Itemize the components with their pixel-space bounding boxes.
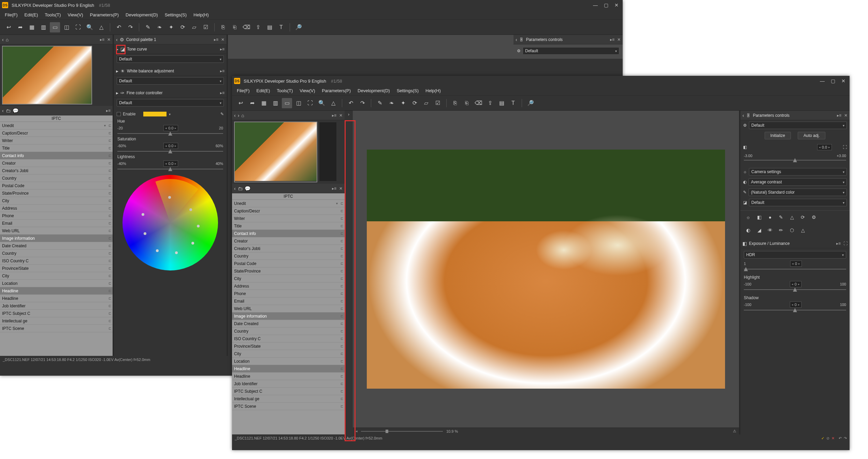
home-icon[interactable]: ⌂ — [241, 113, 244, 118]
collapse-icon[interactable]: ‹ — [742, 113, 744, 118]
iptc-item[interactable]: Country⊏ — [0, 175, 113, 182]
menu-view[interactable]: View(V) — [297, 87, 318, 95]
icon-2[interactable]: ◧ — [755, 213, 764, 222]
redo-icon[interactable]: ↷ — [125, 22, 135, 32]
iptc-item[interactable]: Image information⊏ — [232, 312, 345, 320]
expand-icon[interactable]: ⛶ — [843, 241, 848, 246]
copy-icon[interactable]: ⎘ — [218, 22, 228, 32]
tone-dropdown[interactable]: Default — [749, 199, 847, 206]
eyedropper-icon[interactable]: ✎ — [220, 112, 224, 116]
ev-slider[interactable] — [744, 160, 846, 161]
panel-close-icon[interactable]: ✕ — [221, 37, 225, 42]
chat-icon[interactable]: 💬 — [13, 108, 18, 113]
leaf-icon[interactable]: ❧ — [154, 22, 164, 32]
wand-icon[interactable]: ✎ — [143, 22, 153, 32]
expand-icon[interactable]: ▸ — [116, 68, 118, 74]
wb-section[interactable]: ▸ ☀ White balance adjustment ▸≡ — [114, 66, 227, 76]
iptc-item[interactable]: Headline⊏ — [232, 373, 345, 380]
iptc-item[interactable]: Intellectual ge⊏ — [0, 317, 113, 325]
panel-menu-icon[interactable]: ▸≡ — [836, 241, 841, 246]
expand-icon[interactable]: ▸ — [116, 46, 118, 52]
menu-edit[interactable]: Edit(E) — [254, 87, 273, 95]
iptc-item[interactable]: Contact info⊏ — [0, 152, 113, 159]
chat-icon[interactable]: 💬 — [245, 186, 250, 191]
iptc-item[interactable]: Web URL⊏ — [0, 227, 113, 235]
menu-parameters[interactable]: Parameters(P) — [87, 11, 122, 19]
saturation-slider[interactable] — [117, 151, 223, 152]
screen-icon[interactable]: ▤ — [496, 98, 507, 108]
preset-dropdown[interactable]: Default — [749, 122, 847, 129]
zoom-out-icon[interactable]: ◂ — [356, 429, 358, 433]
iptc-item[interactable]: IPTC Subject C⊏ — [0, 310, 113, 317]
menu-tools[interactable]: Tools(T) — [42, 11, 63, 19]
ev-value-box[interactable]: ◂0.0▸ — [817, 144, 832, 150]
iptc-item[interactable]: Postal Code⊏ — [0, 182, 113, 190]
hdr-value-box[interactable]: ◂0▸ — [790, 261, 802, 267]
spot-icon[interactable]: ✦ — [166, 22, 176, 32]
check-icon[interactable]: ☑ — [201, 22, 211, 32]
iptc-item[interactable]: Phone⊏ — [0, 212, 113, 220]
iptc-item[interactable]: Unedit⊏ — [232, 200, 345, 207]
prev-icon[interactable]: ‹ — [234, 186, 236, 191]
shadow-slider[interactable] — [744, 310, 846, 310]
icon-4[interactable]: ✎ — [777, 213, 785, 222]
collapse-icon[interactable]: ‹ — [516, 37, 517, 42]
icon-11[interactable]: ✏ — [777, 226, 785, 235]
iptc-item[interactable]: Country⊏ — [0, 250, 113, 257]
thumbnail-selected[interactable] — [2, 46, 92, 105]
next-icon[interactable]: › — [238, 113, 240, 118]
iptc-item[interactable]: Job Identifier⊏ — [0, 302, 113, 310]
panel-menu-icon[interactable]: ▸≡ — [220, 47, 225, 52]
iptc-item[interactable]: Creator⊏ — [0, 159, 113, 167]
paste-icon[interactable]: ⎗ — [462, 98, 472, 108]
icon-7[interactable]: ⚙ — [809, 213, 818, 222]
iptc-item[interactable]: IPTC Scene⊏ — [232, 403, 345, 410]
iptc-item[interactable]: Intellectual ge⊏ — [232, 395, 345, 403]
exposure-luminance-header[interactable]: ◧ Exposure / Luminance ▸≡⛶ — [740, 239, 850, 248]
iptc-item[interactable]: Creator's Jobti⊏ — [0, 167, 113, 175]
panel-close-icon[interactable]: ✕ — [339, 186, 343, 191]
leaf-icon[interactable]: ❧ — [386, 98, 396, 108]
lightness-slider[interactable] — [117, 169, 223, 169]
zoom-icon[interactable]: 🔍 — [85, 22, 95, 32]
iptc-item[interactable]: City⊏ — [232, 350, 345, 358]
redo-nav-icon[interactable]: ↷ — [844, 436, 847, 441]
warning-icon[interactable]: △ — [328, 98, 338, 108]
iptc-item[interactable]: Title⊏ — [232, 222, 345, 230]
auto-adj-button[interactable]: Auto adj. — [798, 132, 825, 139]
layout2-icon[interactable]: ▭ — [282, 98, 292, 108]
iptc-item[interactable]: Caption/Descr⊏ — [232, 207, 345, 215]
panel-menu-icon[interactable]: ▸≡ — [610, 37, 614, 42]
check-icon[interactable]: ☑ — [433, 98, 443, 108]
menu-settings[interactable]: Settings(S) — [162, 11, 189, 19]
menu-file[interactable]: File(F) — [234, 87, 252, 95]
hdr-slider[interactable] — [744, 269, 846, 269]
iptc-item[interactable]: Headline⊏ — [232, 365, 345, 373]
crop-icon[interactable]: ▱ — [189, 22, 199, 32]
undo-nav-icon[interactable]: ↶ — [839, 436, 842, 441]
usersearch-icon[interactable]: 🔎 — [293, 22, 304, 32]
hue-value-box[interactable]: ◂0.0▸ — [163, 125, 178, 131]
iptc-item[interactable]: Email⊏ — [0, 220, 113, 227]
shadow-value-box[interactable]: ◂0▸ — [790, 302, 801, 308]
folder-icon[interactable]: 🗀 — [6, 108, 11, 113]
iptc-item[interactable]: Unedit⊏ — [0, 122, 113, 129]
rotate-icon[interactable]: ⟳ — [177, 22, 188, 32]
iptc-item[interactable]: Headline⊏ — [0, 287, 113, 295]
layout3-icon[interactable]: ◫ — [61, 22, 72, 32]
share-icon[interactable]: ⇪ — [485, 98, 495, 108]
menu-settings[interactable]: Settings(S) — [394, 87, 421, 95]
iptc-item[interactable]: Web URL⊏ — [232, 305, 345, 312]
iptc-item[interactable]: City⊏ — [0, 272, 113, 280]
finecolor-preset-dropdown[interactable]: Default — [117, 99, 224, 107]
expand-icon[interactable]: ▸ — [116, 90, 118, 96]
iptc-item[interactable]: State/Province⊏ — [0, 190, 113, 197]
iptc-item[interactable]: Postal Code⊏ — [232, 260, 345, 267]
icon-13[interactable]: △ — [798, 226, 807, 235]
panel-close-icon[interactable]: ✕ — [844, 113, 848, 118]
eraser-icon[interactable]: ⌫ — [241, 22, 251, 32]
parameters-preset-dropdown[interactable]: Default — [523, 47, 619, 55]
finecolor-section[interactable]: ▸ ✑ Fine color controller ▸≡ — [114, 88, 227, 98]
hdr-dropdown[interactable]: HDR — [744, 251, 846, 259]
wb-preset-dropdown[interactable]: Default — [117, 77, 224, 85]
